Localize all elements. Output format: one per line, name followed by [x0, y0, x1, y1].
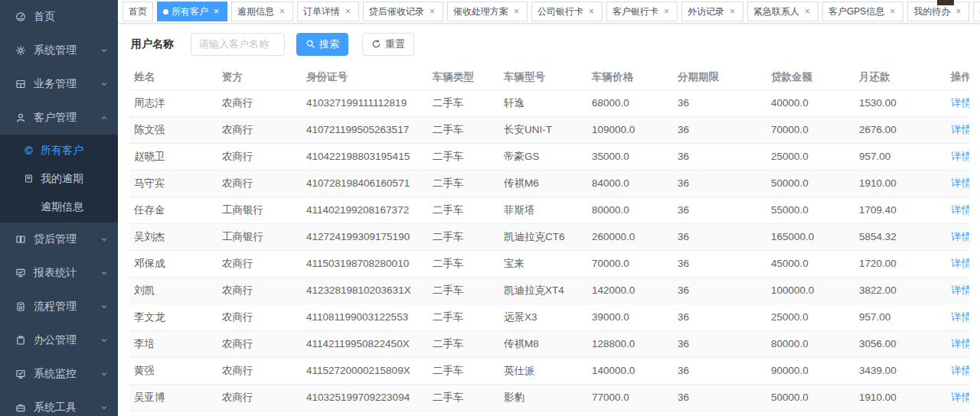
detail-link[interactable]: 详情: [951, 177, 969, 189]
chevron-down-icon: [100, 403, 109, 412]
sidebar-item-label: 首页: [34, 10, 109, 24]
tab-8[interactable]: 外访记录×: [681, 2, 743, 21]
cell-installment-term: 36: [673, 384, 766, 411]
sidebar-subitem-label: 所有客户: [41, 144, 83, 158]
tab-close-icon[interactable]: ×: [427, 7, 437, 17]
cell-loan-amount: 90000.0: [766, 357, 854, 384]
cell-vehicle-type: 二手车: [428, 277, 499, 304]
sidebar-item-8[interactable]: 系统监控: [0, 357, 118, 391]
detail-link[interactable]: 详情: [951, 231, 969, 242]
detail-link[interactable]: 详情: [951, 284, 969, 296]
sidebar-item-3[interactable]: 客户管理: [0, 101, 118, 135]
cell-vehicle-type: 二手车: [428, 116, 499, 143]
tab-close-icon[interactable]: ×: [511, 7, 521, 17]
chevron-up-icon: [100, 113, 109, 122]
search-button[interactable]: 搜索: [296, 33, 348, 56]
tab-close-icon[interactable]: ×: [727, 7, 737, 17]
cell-vehicle-price: 109000.0: [587, 116, 673, 143]
tab-close-icon[interactable]: ×: [277, 7, 287, 17]
tab-close-icon[interactable]: ×: [953, 7, 963, 17]
tab-4[interactable]: 贷后催收记录×: [363, 2, 443, 21]
sidebar-item-0[interactable]: 首页: [0, 0, 118, 34]
cell-name: 任存金: [129, 197, 217, 223]
cell-monthly-payment: 1530.00: [854, 89, 946, 116]
detail-link[interactable]: 详情: [951, 151, 969, 162]
tab-12[interactable]: 我的流程×: [973, 2, 980, 21]
detail-link[interactable]: 详情: [951, 124, 969, 135]
tab-close-icon[interactable]: ×: [586, 7, 596, 17]
cell-id-number: 410728198406160571: [302, 170, 428, 197]
search-field-label: 用户名称: [131, 37, 174, 51]
detail-link[interactable]: 详情: [951, 311, 969, 323]
sidebar-subitem-3-2[interactable]: 逾期信息: [0, 193, 118, 221]
detail-link[interactable]: 详情: [951, 97, 969, 109]
cell-loan-amount: 50000.0: [766, 384, 854, 411]
gear-icon: [15, 45, 26, 56]
column-header-vehicle-type: 车辆类型: [428, 65, 499, 89]
cell-name: 邓保成: [129, 250, 217, 277]
tab-9[interactable]: 紧急联系人×: [747, 2, 818, 21]
cell-installment-term: 36: [673, 197, 766, 223]
sidebar-item-2[interactable]: 业务管理: [0, 67, 118, 101]
cell-loan-amount: 45000.0: [766, 250, 854, 277]
cell-installment-term: 36: [673, 304, 766, 330]
column-header-action: 操作: [946, 65, 969, 89]
tab-close-icon[interactable]: ×: [211, 7, 221, 17]
tab-7[interactable]: 客户银行卡×: [606, 2, 678, 21]
detail-link[interactable]: 详情: [951, 392, 969, 403]
tab-1[interactable]: 所有客户×: [157, 2, 227, 21]
detail-link[interactable]: 详情: [951, 338, 969, 349]
cell-vehicle-model: [499, 411, 587, 416]
cell-funder: 农商行: [217, 170, 302, 197]
cell-id-number: 411402199208167372: [302, 197, 428, 223]
cell-vehicle-model: 英仕派: [499, 357, 587, 384]
sidebar-item-9[interactable]: 系统工具: [0, 391, 118, 416]
tab-5[interactable]: 催收处理方案×: [447, 2, 528, 21]
refresh-icon: [371, 39, 381, 49]
sidebar-subitem-3-1[interactable]: 我的逾期: [0, 164, 118, 193]
cell-vehicle-price: [587, 411, 673, 416]
cell-funder: 农商行: [217, 384, 302, 411]
tab-10[interactable]: 客户GPS信息×: [822, 2, 903, 21]
column-header-vehicle-model: 车辆型号: [499, 65, 587, 89]
sidebar-item-6[interactable]: 流程管理: [0, 290, 118, 323]
cell-vehicle-price: 39000.0: [587, 304, 673, 330]
sidebar-item-5[interactable]: 报表统计: [0, 256, 118, 290]
search-input[interactable]: [191, 33, 285, 56]
sidebar-item-label: 系统监控: [34, 367, 100, 381]
cell-name: 马守宾: [129, 170, 217, 197]
tools-icon: [15, 402, 26, 413]
cell-funder: 农商行: [217, 89, 302, 116]
tab-0[interactable]: 首页: [122, 2, 153, 21]
tab-close-icon[interactable]: ×: [662, 7, 671, 17]
cell-installment-term: 36: [673, 250, 766, 277]
tab-6[interactable]: 公司银行卡×: [531, 2, 603, 21]
cell-id-number: 410422198803195415: [302, 143, 428, 170]
detail-link[interactable]: 详情: [951, 365, 969, 376]
table-row: 李文龙农商行411081199003122553二手车远景X339000.036…: [129, 304, 969, 330]
sidebar-subitem-3-0[interactable]: 所有客户: [0, 136, 118, 164]
report-icon: [15, 268, 26, 278]
tab-3[interactable]: 订单详情×: [297, 2, 359, 21]
cell-funder: 农商行: [217, 116, 302, 143]
sidebar-item-1[interactable]: 系统管理: [0, 34, 118, 67]
cell-vehicle-model: 传祺M6: [499, 170, 587, 197]
tab-close-icon[interactable]: ×: [802, 7, 812, 17]
column-header-vehicle-price: 车辆价格: [587, 65, 673, 89]
cell-vehicle-type: 二手车: [428, 89, 499, 116]
detail-link[interactable]: 详情: [951, 204, 969, 216]
tab-2[interactable]: 逾期信息×: [231, 2, 293, 21]
reset-button[interactable]: 重置: [362, 33, 414, 56]
tab-close-icon[interactable]: ×: [343, 7, 353, 17]
sidebar: 首页系统管理业务管理客户管理所有客户我的逾期逾期信息贷后管理报表统计流程管理办公…: [0, 0, 118, 416]
detail-link[interactable]: 详情: [951, 258, 969, 269]
sidebar-item-4[interactable]: 贷后管理: [0, 223, 118, 256]
monitor-icon: [15, 369, 26, 379]
cell-monthly-payment: 1910.00: [854, 170, 946, 197]
tab-close-icon[interactable]: ×: [887, 7, 897, 17]
cell-loan-amount: 80000.0: [766, 330, 854, 357]
cell-installment-term: 36: [673, 170, 766, 197]
sidebar-item-7[interactable]: 办公管理: [0, 323, 118, 357]
cell-loan-amount: 165000.0: [766, 223, 854, 250]
table-row: 王银桥农商行二手车36详情: [129, 411, 969, 416]
